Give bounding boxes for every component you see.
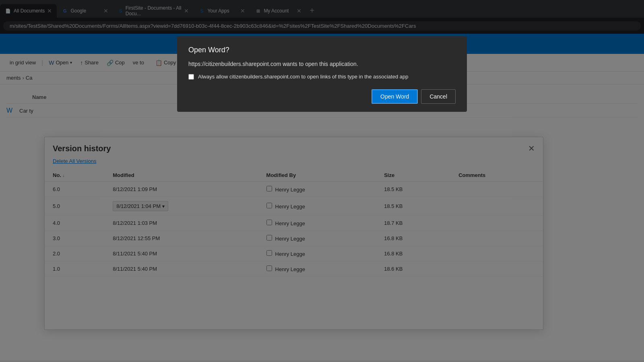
dialog-overlay: Open Word? https://citizenbuilders.share… [0, 0, 644, 362]
open-word-dialog: Open Word? https://citizenbuilders.share… [177, 36, 467, 112]
dialog-message: https://citizenbuilders.sharepoint.com w… [188, 61, 456, 67]
dialog-checkbox-row: Always allow citizenbuilders.sharepoint.… [188, 74, 456, 80]
always-allow-checkbox[interactable] [188, 74, 194, 80]
dialog-title: Open Word? [188, 46, 456, 54]
cancel-button[interactable]: Cancel [421, 89, 456, 104]
open-word-button[interactable]: Open Word [372, 89, 418, 104]
always-allow-label: Always allow citizenbuilders.sharepoint.… [198, 74, 408, 80]
dialog-buttons: Open Word Cancel [188, 89, 456, 104]
